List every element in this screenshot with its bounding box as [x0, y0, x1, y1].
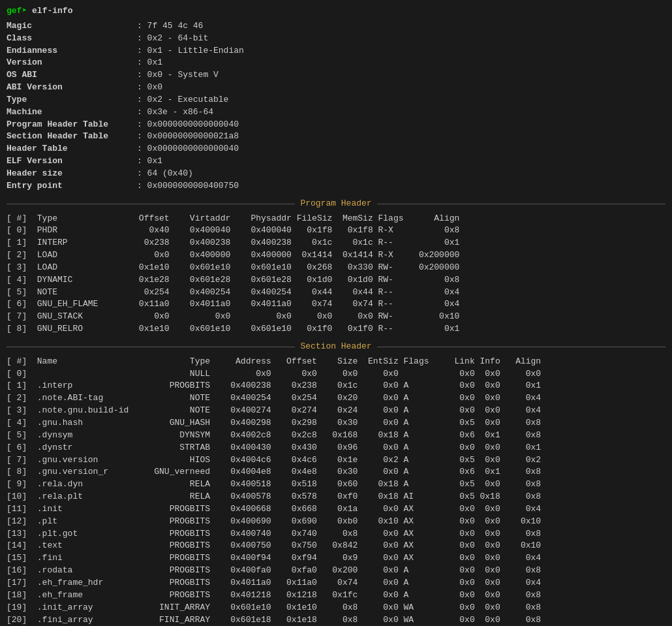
- section-header-row: [ 3] .note.gnu.build-id NOTE 0x400274 0x…: [7, 405, 665, 417]
- elf-info-value: : 64 (0x40): [137, 168, 193, 180]
- program-header-title: Program Header: [295, 198, 376, 210]
- elf-info-row: Header size: 64 (0x40): [7, 168, 665, 180]
- elf-info-label: Program Header Table: [7, 119, 137, 131]
- section-header-row: [11] .init PROGBITS 0x400668 0x668 0x1a …: [7, 503, 665, 516]
- section-header-row: [19] .init_array INIT_ARRAY 0x601e10 0x1…: [7, 602, 665, 614]
- program-header-row: [ 6] GNU_EH_FLAME 0x11a0 0x4011a0 0x4011…: [7, 298, 665, 311]
- elf-info-row: Type: 0x2 - Executable: [7, 94, 665, 106]
- elf-info-label: Class: [7, 33, 137, 45]
- section-header-row: [13] .plt.got PROGBITS 0x400740 0x740 0x…: [7, 528, 665, 540]
- section-header-row: [14] .text PROGBITS 0x400750 0x750 0x842…: [7, 540, 665, 552]
- elf-info-label: Endianness: [7, 45, 137, 57]
- section-header-row: [18] .eh_frame PROGBITS 0x401218 0x1218 …: [7, 589, 665, 602]
- elf-info-value: : 0x1: [137, 155, 162, 168]
- elf-info-value: : 0x1 - Little-Endian: [137, 45, 244, 57]
- elf-info-row: Endianness: 0x1 - Little-Endian: [7, 45, 665, 57]
- elf-info-row: Version: 0x1: [7, 57, 665, 69]
- section-header-row: [ 4] .gnu.hash GNU_HASH 0x400298 0x298 0…: [7, 417, 665, 430]
- prompt-label: gef➤: [7, 6, 32, 16]
- elf-info-label: Header size: [7, 168, 137, 180]
- elf-info-value: : 0x0000000000000040: [137, 143, 239, 155]
- program-header-row: [ 1] INTERP 0x238 0x400238 0x400238 0x1c…: [7, 237, 665, 249]
- section-header-row: [16] .rodata PROGBITS 0x400fa0 0xfa0 0x2…: [7, 565, 665, 577]
- section-header-row: [10] .rela.plt RELA 0x400578 0x578 0xf0 …: [7, 491, 665, 503]
- elf-info-value: : 0x3e - x86-64: [137, 106, 213, 119]
- sh-divider-line-left: [7, 347, 295, 347]
- program-header-header-row: [ #] Type Offset Virtaddr Physaddr FileS…: [7, 213, 665, 225]
- elf-info-row: Program Header Table: 0x0000000000000040: [7, 119, 665, 131]
- elf-info-value: : 0x1: [137, 57, 162, 69]
- elf-info-value: : 0x0 - System V: [137, 69, 219, 82]
- elf-info-row: Magic: 7f 45 4c 46: [7, 20, 665, 33]
- elf-info-row: Section Header Table: 0x00000000000021a8: [7, 131, 665, 143]
- section-header-row: [17] .eh_frame_hdr PROGBITS 0x4011a0 0x1…: [7, 577, 665, 589]
- sh-divider-line-right: [377, 347, 665, 347]
- elf-info-value: : 0x00000000000021a8: [137, 131, 239, 143]
- section-header-row: [ 9] .rela.dyn RELA 0x400518 0x518 0x60 …: [7, 478, 665, 491]
- section-header-row: [ 8] .gnu.version_r GNU_verneed 0x4004e8…: [7, 466, 665, 478]
- program-header-row: [ 8] GNU_RELRO 0x1e10 0x601e10 0x601e10 …: [7, 323, 665, 336]
- section-header-row: [ 2] .note.ABI-tag NOTE 0x400254 0x254 0…: [7, 392, 665, 405]
- elf-info-label: Header Table: [7, 143, 137, 155]
- elf-info-value: : 7f 45 4c 46: [137, 20, 203, 33]
- prompt-line: gef➤ elf-info: [7, 5, 665, 18]
- section-header-title: Section Header: [295, 341, 376, 353]
- program-header-row: [ 0] PHDR 0x40 0x400040 0x400040 0x1f8 0…: [7, 225, 665, 237]
- elf-info-label: OS ABI: [7, 69, 137, 82]
- divider-line-right: [377, 204, 665, 204]
- elf-info-label: Entry point: [7, 180, 137, 193]
- section-header-row: [ 7] .gnu.version HIOS 0x4004c6 0x4c6 0x…: [7, 454, 665, 467]
- section-header-row: [20] .fini_array FINI_ARRAY 0x601e18 0x1…: [7, 614, 665, 627]
- elf-info-label: Magic: [7, 20, 137, 33]
- program-header-row: [ 4] DYNAMIC 0x1e28 0x601e28 0x601e28 0x…: [7, 274, 665, 287]
- program-header-row: [ 7] GNU_STACK 0x0 0x0 0x0 0x0 0x0 RW- 0…: [7, 311, 665, 323]
- elf-info-row: ELF Version: 0x1: [7, 155, 665, 168]
- section-header-row: [ 6] .dynstr STRTAB 0x400430 0x430 0x96 …: [7, 442, 665, 454]
- elf-info-label: ELF Version: [7, 155, 137, 168]
- elf-info-row: Machine: 0x3e - x86-64: [7, 106, 665, 119]
- elf-info-row: Header Table: 0x0000000000000040: [7, 143, 665, 155]
- section-header-row: [ 0] NULL 0x0 0x0 0x0 0x0 0x0 0x0 0x0: [7, 368, 665, 381]
- section-header-divider: Section Header: [7, 341, 665, 353]
- program-header-row: [ 5] NOTE 0x254 0x400254 0x400254 0x44 0…: [7, 287, 665, 299]
- prompt-command: elf-info: [32, 6, 72, 16]
- elf-info-value: : 0x0: [137, 82, 162, 94]
- section-header-header-row: [ #] Name Type Address Offset Size EntSi…: [7, 356, 665, 368]
- elf-info-section: Magic: 7f 45 4c 46Class: 0x2 - 64-bitEnd…: [7, 20, 665, 193]
- elf-info-label: Machine: [7, 106, 137, 119]
- section-header-row: [ 5] .dynsym DYNSYM 0x4002c8 0x2c8 0x168…: [7, 430, 665, 442]
- divider-line-left: [7, 204, 295, 204]
- elf-info-value: : 0x2 - Executable: [137, 94, 228, 106]
- elf-info-value: : 0x2 - 64-bit: [137, 33, 208, 45]
- program-header-row: [ 2] LOAD 0x0 0x400000 0x400000 0x1414 0…: [7, 249, 665, 262]
- elf-info-value: : 0x0000000000000040: [137, 119, 239, 131]
- section-header-row: [12] .plt PROGBITS 0x400690 0x690 0xb0 0…: [7, 516, 665, 528]
- program-header-table: [ #] Type Offset Virtaddr Physaddr FileS…: [7, 213, 665, 336]
- program-header-divider: Program Header: [7, 198, 665, 210]
- section-header-row: [15] .fini PROGBITS 0x400f94 0xf94 0x9 0…: [7, 552, 665, 565]
- elf-info-label: Version: [7, 57, 137, 69]
- elf-info-label: Section Header Table: [7, 131, 137, 143]
- elf-info-row: ABI Version: 0x0: [7, 82, 665, 94]
- elf-info-row: OS ABI: 0x0 - System V: [7, 69, 665, 82]
- elf-info-row: Class: 0x2 - 64-bit: [7, 33, 665, 45]
- section-header-table: [ #] Name Type Address Offset Size EntSi…: [7, 356, 665, 626]
- section-header-row: [ 1] .interp PROGBITS 0x400238 0x238 0x1…: [7, 380, 665, 392]
- elf-info-label: ABI Version: [7, 82, 137, 94]
- elf-info-value: : 0x0000000000400750: [137, 180, 239, 193]
- elf-info-row: Entry point: 0x0000000000400750: [7, 180, 665, 193]
- elf-info-label: Type: [7, 94, 137, 106]
- program-header-row: [ 3] LOAD 0x1e10 0x601e10 0x601e10 0x268…: [7, 262, 665, 274]
